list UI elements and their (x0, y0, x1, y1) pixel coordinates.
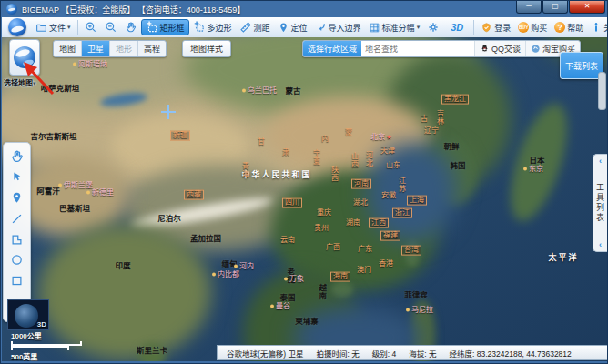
map-label: 吉尔吉斯斯坦 (30, 133, 76, 141)
map-label: 澳门 (357, 267, 371, 275)
pin-icon (278, 22, 289, 34)
maximize-button[interactable]: ▢ (542, 1, 568, 14)
zoom-out-button[interactable] (101, 19, 121, 35)
map-label: 内 (321, 136, 329, 144)
import-boundary-button[interactable]: 导入边界 (311, 20, 365, 35)
scale-mi-label: 500英里 (11, 351, 82, 361)
map-label: 曼谷 (270, 303, 290, 311)
map-label: 万象 (284, 276, 304, 284)
standard-sheet-button[interactable]: 标准分幅▾ (365, 20, 424, 35)
status-zoom-level: 级别: 4 (372, 348, 396, 359)
circle-icon (10, 253, 24, 267)
map-label: 印度 (115, 262, 130, 270)
map-label: 肃 (282, 149, 289, 157)
tab-elevation[interactable]: 高程 (138, 41, 166, 56)
map-label: 广西 (326, 244, 340, 252)
city-dot-icon (234, 264, 238, 268)
tab-map[interactable]: 地图 (54, 41, 82, 56)
map-label: 青海 (240, 162, 248, 178)
caret-down-icon: ▾ (417, 24, 421, 31)
map-label: 阿富汗 (36, 187, 60, 196)
folder-icon (35, 22, 47, 34)
map-label: 福建 (380, 231, 400, 241)
map-label: 辽宁 (424, 127, 439, 136)
map-label: 陕西 (329, 166, 338, 182)
chevron-left-icon: ‹ (599, 157, 602, 165)
pan-button[interactable] (121, 19, 141, 35)
measure-distance-button[interactable]: 测距 (236, 19, 274, 35)
map-label: 蒙 (345, 129, 352, 137)
map-label: 内比都 (212, 271, 239, 279)
locate-button[interactable]: 定位 (274, 20, 311, 35)
admin-region-button[interactable]: 选择行政区域 (303, 41, 361, 56)
map-label: 北京★ (370, 134, 391, 142)
minimap-3d-label: 3D (37, 320, 46, 329)
map-label: 安徽 (381, 192, 396, 200)
qq-chat-button[interactable]: QQ交谈 (474, 41, 525, 56)
about-button[interactable]: 关于 (587, 20, 608, 35)
search-input[interactable] (361, 41, 474, 56)
login-button[interactable]: 登录 (477, 20, 514, 35)
minimap-3d[interactable]: 3D (7, 299, 49, 330)
chevron-left-icon: ‹ (599, 241, 602, 248)
map-label: 蒙古 (285, 87, 300, 96)
status-shoot-time: 拍摄时间: 无 (317, 348, 360, 359)
download-list-button[interactable]: 下载列表 (560, 52, 603, 79)
map-label: 新德里 (86, 189, 114, 197)
map-style-button[interactable]: 地图样式 (182, 40, 231, 57)
terrain-hainan (331, 281, 353, 298)
select-map-label[interactable]: 选择地图▾ (4, 77, 36, 87)
map-label: 上海 (407, 196, 427, 206)
pin-icon (10, 191, 24, 205)
search-bar: 选择行政区域 QQ交谈 淘宝购买 (302, 40, 581, 57)
map-source-button[interactable] (9, 39, 40, 76)
pan-tool-button[interactable] (8, 149, 26, 164)
polygon-select-button[interactable]: 多边形 (189, 19, 236, 35)
map-label: 湖南 (346, 219, 360, 228)
map-canvas[interactable]: 哈萨克斯坦吉尔吉斯斯坦蒙古阿富汗巴基斯坦尼泊尔孟加拉国印度缅甸泰国老挝越南柬埔寨… (2, 37, 608, 361)
line-tool-button[interactable] (8, 211, 26, 226)
map-label: 孟加拉国 (190, 235, 221, 243)
marker-tool-button[interactable] (8, 191, 26, 206)
view-3d-button[interactable]: 3D (443, 20, 471, 35)
city-dot-icon (58, 183, 62, 187)
map-label: 中华人民共和国 (241, 171, 311, 180)
map-label: 广东 (358, 246, 372, 254)
rectangle-plus-icon (146, 21, 158, 34)
city-dot-icon (73, 62, 76, 66)
zoom-in-button[interactable] (81, 19, 101, 35)
settings-button[interactable] (423, 19, 443, 35)
map-label: 新疆 (170, 131, 190, 141)
rectangle-select-button[interactable]: 矩形框 (141, 19, 189, 35)
map-label: 贵州 (314, 225, 329, 233)
map-crosshair-icon (161, 105, 176, 119)
map-label: 天津 (380, 147, 395, 156)
map-label: 哈萨克斯坦 (41, 85, 80, 93)
polygon-tool-button[interactable] (8, 232, 26, 247)
map-label: 太平洋 (548, 254, 578, 263)
rectangle-tool-button[interactable] (8, 274, 26, 288)
map-label: 江西 (369, 218, 389, 228)
select-tool-button[interactable] (8, 170, 26, 185)
ruler-icon (239, 21, 252, 34)
circle-tool-button[interactable] (8, 253, 26, 268)
divider (77, 20, 78, 35)
help-button[interactable]: ? 帮助 (551, 20, 587, 35)
buy-button[interactable]: BUY 购买 (514, 20, 551, 35)
close-button[interactable]: ✕ (569, 1, 605, 14)
zoom-out-icon (105, 21, 117, 34)
file-menu[interactable]: 文件▾ (32, 20, 75, 35)
map-label: 巴基斯坦 (59, 205, 90, 213)
tab-satellite[interactable]: 卫星 (82, 41, 110, 56)
grid-icon (369, 22, 380, 34)
map-label: 海南 (330, 272, 350, 282)
tools-list-tab[interactable]: ‹ 工具列表 ‹ (593, 154, 607, 252)
tab-terrain[interactable]: 地形 (110, 41, 138, 56)
minimize-button[interactable]: ─ (516, 1, 542, 14)
main-toolbar: 文件▾ 矩形框 多边形 测距 定位 导入边界 (2, 17, 608, 38)
line-icon (10, 212, 24, 226)
app-logo-icon (6, 4, 17, 15)
city-dot-icon (242, 88, 246, 92)
vertical-scrollbar-thumb[interactable] (598, 72, 606, 110)
map-label: 山东 (386, 162, 400, 170)
